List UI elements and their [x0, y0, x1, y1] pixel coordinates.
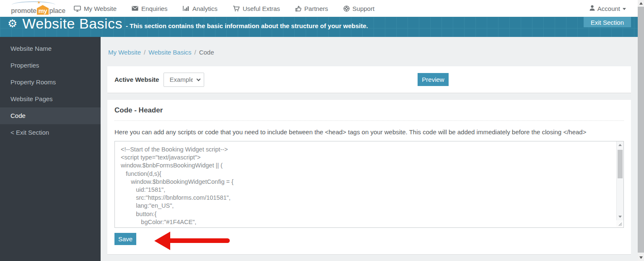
- scroll-down-icon[interactable]: [618, 216, 622, 218]
- cogs-icon: ⚙: [8, 18, 17, 29]
- nav-items: My Website Enquiries Analytics Useful Ex…: [74, 5, 390, 12]
- save-button[interactable]: Save: [114, 233, 136, 245]
- code-header-title: Code - Header: [114, 106, 624, 121]
- sidebar-item-code[interactable]: Code: [0, 107, 101, 124]
- sidebar-item-properties[interactable]: Properties: [0, 57, 101, 74]
- nav-label: My Website: [84, 5, 117, 12]
- breadcrumb-website-basics[interactable]: Website Basics: [148, 49, 191, 56]
- nav-label: Support: [353, 5, 375, 12]
- chevron-down-icon: [623, 8, 626, 10]
- page-scrollbar-thumb[interactable]: [638, 7, 644, 253]
- envelope-icon: [132, 6, 138, 11]
- textarea-resize-handle[interactable]: [616, 220, 623, 227]
- sidebar: Website Name Properties Property Rooms W…: [0, 37, 101, 261]
- nav-analytics[interactable]: Analytics: [183, 5, 218, 12]
- breadcrumb-separator: /: [144, 49, 145, 56]
- scrollbar-thumb[interactable]: [618, 150, 623, 178]
- thumbs-up-icon: [295, 5, 301, 12]
- logo-place: place: [49, 7, 65, 15]
- banner-inner: ⚙ Website Basics - This section contains…: [8, 17, 579, 37]
- user-icon: [589, 5, 595, 12]
- scroll-down-icon[interactable]: [639, 256, 643, 259]
- breadcrumb-current: Code: [199, 49, 214, 56]
- breadcrumb-separator: /: [195, 49, 196, 56]
- content-area: My Website / Website Basics / Code Activ…: [101, 37, 638, 261]
- page: ☀ promote my place My Website Enquiries …: [0, 0, 638, 261]
- monitor-icon: [74, 5, 81, 12]
- active-website-select[interactable]: Example: [164, 73, 204, 87]
- nav-label: Analytics: [192, 5, 218, 12]
- active-website-panel: Active Website Example Preview: [107, 66, 631, 93]
- scroll-up-icon[interactable]: [618, 144, 622, 146]
- nav-label: Partners: [304, 5, 328, 12]
- logo-text: promote my place: [11, 5, 65, 15]
- logo-promote: promote: [11, 7, 36, 15]
- banner-title: Website Basics: [22, 17, 122, 32]
- active-website-select-wrap: Example: [164, 73, 204, 87]
- section-banner: ⚙ Website Basics - This section contains…: [0, 17, 638, 37]
- breadcrumb: My Website / Website Basics / Code: [108, 49, 630, 56]
- sidebar-item-property-rooms[interactable]: Property Rooms: [0, 74, 101, 91]
- nav-label: Useful Extras: [243, 5, 280, 12]
- header-code-textarea[interactable]: <!--Start of the Booking Widget script--…: [114, 141, 624, 228]
- exit-section-button[interactable]: Exit Section: [584, 17, 631, 27]
- logo-house-icon: my: [37, 5, 49, 15]
- breadcrumb-my-website[interactable]: My Website: [108, 49, 141, 56]
- active-website-label: Active Website: [114, 76, 159, 83]
- red-arrow-annotation: [153, 231, 232, 252]
- nav-partners[interactable]: Partners: [295, 5, 328, 12]
- code-header-panel: Code - Header Here you can add any scrip…: [107, 100, 631, 254]
- account-label: Account: [597, 5, 620, 12]
- sidebar-item-website-pages[interactable]: Website Pages: [0, 91, 101, 107]
- main-area: Website Name Properties Property Rooms W…: [0, 37, 638, 261]
- header-code-content[interactable]: <!--Start of the Booking Widget script--…: [115, 141, 623, 227]
- preview-button[interactable]: Preview: [418, 73, 449, 86]
- nav-label: Enquiries: [141, 5, 168, 12]
- nav-support[interactable]: Support: [343, 5, 375, 12]
- promotemyplace-logo[interactable]: ☀ promote my place: [11, 1, 60, 16]
- life-ring-icon: [343, 5, 350, 12]
- banner-subtitle: - This section contains the basic inform…: [126, 22, 368, 29]
- scroll-up-icon[interactable]: [639, 2, 643, 5]
- page-scrollbar[interactable]: [638, 0, 644, 261]
- logo-my: my: [39, 7, 47, 14]
- cart-icon: [233, 5, 240, 12]
- top-navigation: ☀ promote my place My Website Enquiries …: [0, 0, 638, 17]
- account-menu[interactable]: Account: [589, 5, 626, 12]
- sidebar-item-exit-section[interactable]: < Exit Section: [0, 124, 101, 141]
- bar-chart-icon: [183, 5, 190, 11]
- nav-useful-extras[interactable]: Useful Extras: [233, 5, 280, 12]
- textarea-scrollbar[interactable]: [616, 141, 623, 220]
- save-row: Save: [114, 233, 624, 245]
- nav-my-website[interactable]: My Website: [74, 5, 117, 12]
- sidebar-item-website-name[interactable]: Website Name: [0, 40, 101, 57]
- nav-enquiries[interactable]: Enquiries: [132, 5, 168, 12]
- code-header-description: Here you can add any scripts or code tha…: [114, 128, 624, 136]
